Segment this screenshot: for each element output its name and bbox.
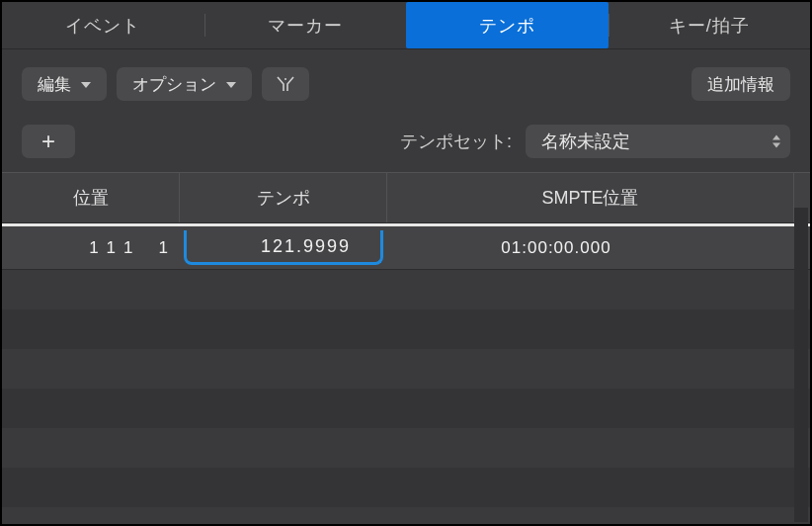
tab-marker[interactable]: マーカー: [204, 2, 407, 48]
select-value: 名称未設定: [541, 132, 630, 151]
column-header-tempo[interactable]: テンポ: [180, 173, 387, 222]
button-label: オプション: [132, 73, 216, 96]
button-label: 追加情報: [707, 73, 774, 96]
filter-button[interactable]: [262, 67, 309, 101]
position-div: 1: [123, 238, 132, 258]
smpte-value: 01:00:00.000: [501, 238, 610, 258]
svg-point-0: [284, 78, 286, 80]
button-label: 編集: [38, 73, 71, 96]
editor-tabs: イベント マーカー テンポ キー/拍子: [2, 2, 810, 49]
tempo-set-select[interactable]: 名称未設定: [526, 125, 790, 158]
extra-info-button[interactable]: 追加情報: [691, 67, 790, 101]
add-button[interactable]: +: [22, 125, 75, 158]
table-row[interactable]: 1 1 1 1 01:00:00.000: [2, 226, 810, 270]
tab-tempo[interactable]: テンポ: [406, 2, 609, 48]
position-bar: 1: [89, 238, 98, 258]
tab-label: マーカー: [268, 14, 343, 38]
table-header: 位置 テンポ SMPTE位置: [2, 172, 810, 223]
vertical-scrollbar[interactable]: [794, 208, 808, 522]
tab-event[interactable]: イベント: [2, 2, 204, 48]
column-header-position[interactable]: 位置: [2, 173, 180, 222]
tab-key-signature[interactable]: キー/拍子: [609, 2, 811, 48]
cell-smpte[interactable]: 01:00:00.000: [387, 226, 794, 269]
tab-label: テンポ: [479, 14, 535, 38]
cell-tempo[interactable]: [180, 226, 387, 269]
column-header-smpte[interactable]: SMPTE位置: [387, 173, 794, 222]
filter-icon: [276, 75, 295, 93]
tempo-editor-window: イベント マーカー テンポ キー/拍子 編集 オプション 追加情報: [0, 0, 812, 526]
chevron-down-icon: [226, 82, 236, 88]
options-menu-button[interactable]: オプション: [117, 67, 252, 101]
toolbar-main: 編集 オプション 追加情報: [2, 49, 810, 101]
toolbar-secondary: + テンポセット: 名称未設定: [2, 101, 810, 172]
edit-menu-button[interactable]: 編集: [22, 67, 107, 101]
position-beat: 1: [107, 238, 116, 258]
tab-label: イベント: [65, 14, 140, 38]
empty-rows-area: [2, 270, 810, 526]
cell-position[interactable]: 1 1 1 1: [2, 226, 180, 269]
tempo-input[interactable]: [184, 230, 383, 265]
chevron-down-icon: [81, 82, 91, 88]
table-body: 1 1 1 1 01:00:00.000: [2, 223, 810, 526]
position-tick: 1: [159, 238, 168, 258]
plus-icon: +: [41, 128, 55, 155]
tab-label: キー/拍子: [669, 14, 750, 38]
tempo-set-select-wrap: 名称未設定: [526, 125, 790, 158]
updown-caret-icon: [772, 135, 780, 148]
tempo-set-label: テンポセット:: [400, 130, 512, 153]
